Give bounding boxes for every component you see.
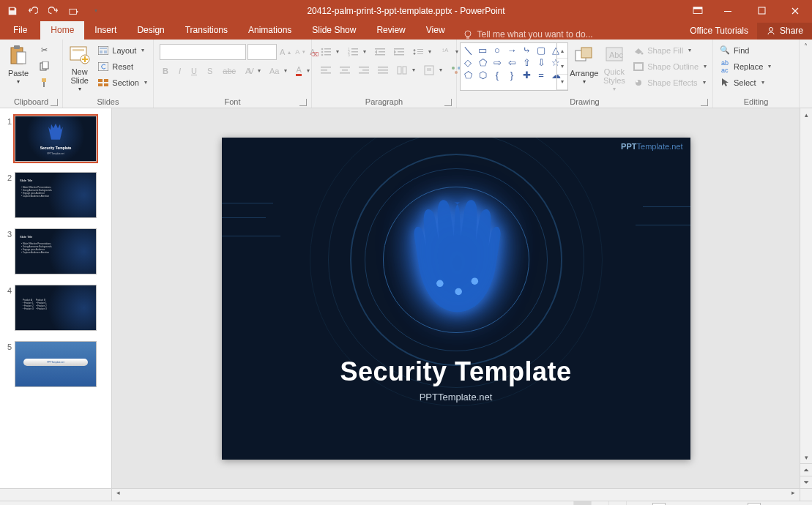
normal-view-button[interactable]	[573, 501, 591, 506]
paste-button[interactable]: Paste▾	[3, 42, 34, 92]
prev-slide-nav[interactable]: ⏶	[800, 463, 812, 476]
underline-button[interactable]: U	[188, 63, 200, 78]
tab-file[interactable]: File	[0, 21, 40, 40]
maximize-button[interactable]	[745, 0, 778, 21]
title-bar: 20412-palm-print-3-ppt-template.pptx - P…	[0, 0, 812, 21]
slideshow-view-button[interactable]	[626, 501, 644, 506]
group-slides: New Slide▾ Layout Reset Section Slides	[63, 40, 154, 108]
shape-fill-button[interactable]: Shape Fill	[630, 42, 709, 58]
align-right-button[interactable]	[356, 62, 372, 78]
thumb-5[interactable]: 5 PPTTemplate.net	[0, 338, 111, 394]
share-button[interactable]: Share	[757, 23, 812, 40]
strikethrough-button[interactable]: abc	[220, 63, 239, 78]
decrease-indent-button[interactable]	[372, 44, 388, 59]
slide-canvas[interactable]: PPTTemplate.net Security Template PPTTem…	[222, 138, 690, 460]
font-color-button[interactable]: A	[294, 63, 311, 78]
ribbon-display-options-button[interactable]	[685, 0, 711, 21]
reset-button[interactable]: Reset	[94, 59, 150, 74]
office-tutorials-button[interactable]: Office Tutorials	[681, 23, 757, 40]
arrange-button[interactable]: Arrange▾	[570, 42, 598, 92]
thumb-1[interactable]: 1 Security Template PPTTemplate.net	[0, 113, 111, 169]
align-center-button[interactable]	[337, 62, 353, 78]
align-text-button[interactable]	[421, 62, 445, 78]
tab-home[interactable]: Home	[40, 21, 84, 40]
vertical-scrollbar[interactable]: ▴ ▾ ⏶ ⏷	[800, 108, 812, 488]
section-button[interactable]: Section	[94, 75, 150, 90]
svg-point-7	[769, 28, 772, 31]
brace-r-icon: }	[506, 70, 518, 81]
next-slide-nav[interactable]: ⏷	[800, 476, 812, 488]
increase-indent-button[interactable]	[391, 44, 407, 59]
select-button[interactable]: Select	[716, 75, 774, 90]
undo-button[interactable]	[23, 2, 42, 20]
qat-customize-button[interactable]	[85, 2, 104, 20]
svg-point-27	[321, 48, 324, 50]
svg-rect-6	[466, 37, 469, 39]
char-spacing-button[interactable]: AV	[243, 63, 263, 78]
tab-animations[interactable]: Animations	[238, 21, 302, 40]
start-from-beginning-button[interactable]	[64, 2, 83, 20]
callout-icon: ⬠	[477, 57, 488, 68]
horizontal-scrollbar[interactable]: ◂▸	[0, 488, 812, 501]
justify-button[interactable]	[375, 62, 391, 78]
comments-button[interactable]: Comments	[504, 501, 565, 506]
redo-button[interactable]	[44, 2, 63, 20]
textbox-icon: ▢	[535, 45, 547, 56]
drawing-dialog-launcher[interactable]	[701, 99, 708, 106]
bullets-button[interactable]	[318, 44, 342, 59]
tab-design[interactable]: Design	[127, 21, 174, 40]
italic-button[interactable]: I	[176, 63, 184, 78]
status-bar: Slide 1 of 5 Notes Comments − + 66%	[0, 501, 812, 505]
minimize-button[interactable]	[711, 0, 745, 21]
shape-outline-button[interactable]: Shape Outline	[630, 59, 709, 74]
change-case-button[interactable]: Aa	[267, 63, 289, 78]
thumb-4[interactable]: 4 Product A Product B• Feature 1 • Featu…	[0, 282, 111, 338]
increase-font-button[interactable]: A▴	[278, 45, 292, 60]
align-left-button[interactable]	[318, 62, 334, 78]
thumb-2[interactable]: 2 Slide Title • Make Effective Presentat…	[0, 169, 111, 225]
thumb-3[interactable]: 3 Slide Title • Make Effective Presentat…	[0, 225, 111, 282]
layout-button[interactable]: Layout	[94, 42, 150, 58]
svg-rect-16	[72, 49, 84, 51]
save-button[interactable]	[3, 2, 22, 20]
columns-button[interactable]	[394, 62, 418, 78]
slide-thumbnails-panel[interactable]: 1 Security Template PPTTemplate.net 2 Sl…	[0, 108, 112, 488]
new-slide-button[interactable]: New Slide▾	[66, 42, 93, 92]
copy-button[interactable]	[35, 59, 53, 74]
reading-view-button[interactable]	[608, 501, 626, 506]
format-painter-button[interactable]	[35, 75, 53, 90]
quick-styles-button[interactable]: Abc Quick Styles▾	[600, 42, 628, 92]
svg-rect-25	[98, 83, 103, 86]
slide-editor[interactable]: PPTTemplate.net Security Template PPTTem…	[112, 108, 800, 488]
tab-transitions[interactable]: Transitions	[175, 21, 238, 40]
shapes-scroll[interactable]: ▴▾▾	[556, 43, 567, 90]
tab-insert[interactable]: Insert	[84, 21, 127, 40]
shadow-button[interactable]: S	[204, 63, 215, 78]
shapes-gallery[interactable]: ＼ ▭ ○ → ⤷ ▢ △ ◇ ⬠ ⇨ ⇦ ⇧ ⇩ ☆	[460, 42, 568, 91]
line-spacing-button[interactable]	[410, 44, 434, 59]
notes-button[interactable]: Notes	[452, 501, 495, 506]
svg-rect-47	[417, 53, 423, 54]
clipboard-dialog-launcher[interactable]	[51, 99, 58, 106]
numbering-button[interactable]: 123	[345, 44, 369, 59]
tab-slideshow[interactable]: Slide Show	[302, 21, 366, 40]
slide-title-text: Security Template	[222, 356, 690, 387]
close-button[interactable]	[778, 0, 812, 21]
tell-me-search[interactable]: Tell me what you want to do...	[455, 29, 682, 40]
font-dialog-launcher[interactable]	[299, 99, 307, 106]
replace-button[interactable]: abacReplace	[716, 59, 774, 74]
shape-effects-button[interactable]: Shape Effects	[630, 75, 709, 90]
find-button[interactable]: 🔍Find	[716, 42, 774, 58]
decrease-font-button[interactable]: A▾	[294, 45, 307, 60]
bold-button[interactable]: B	[160, 63, 171, 78]
svg-rect-56	[362, 70, 369, 71]
group-paragraph: 123 ↕A Paragraph	[312, 40, 457, 108]
sorter-view-button[interactable]	[591, 501, 608, 506]
cut-button[interactable]: ✂	[35, 42, 53, 58]
font-name-combo[interactable]	[160, 44, 246, 60]
paragraph-dialog-launcher[interactable]	[444, 99, 452, 106]
font-size-combo[interactable]	[247, 44, 277, 60]
tab-review[interactable]: Review	[366, 21, 415, 40]
tab-view[interactable]: View	[416, 21, 455, 40]
collapse-ribbon-button[interactable]: ˄	[799, 40, 812, 108]
